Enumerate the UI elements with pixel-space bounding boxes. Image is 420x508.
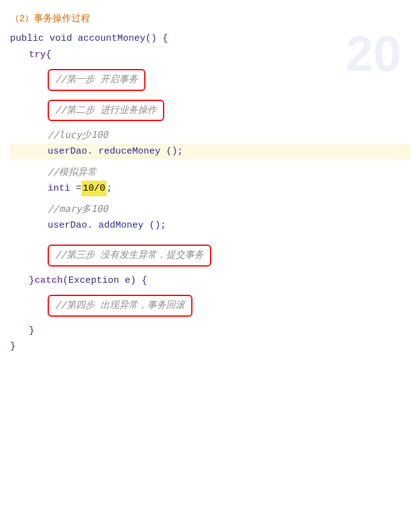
step1-line: //第一步 开启事务 bbox=[10, 66, 410, 93]
reduce-money-call: userDao. reduceMoney (); bbox=[48, 144, 183, 160]
step3-line: //第三步 没有发生异常，提交事务 bbox=[10, 242, 410, 269]
int-keyword: int bbox=[48, 181, 65, 197]
lucy-comment: //lucy少100 bbox=[48, 127, 108, 144]
method-sig-text: public void accountMoney() { bbox=[10, 31, 168, 47]
division-highlight: 10/0 bbox=[81, 181, 107, 197]
step4-line: //第四步 出现异常，事务回滚 bbox=[10, 292, 410, 319]
step1-box: //第一步 开启事务 bbox=[48, 69, 145, 91]
step4-comment: //第四步 出现异常，事务回滚 bbox=[55, 299, 185, 310]
add-money-line: userDao. addMoney (); bbox=[10, 218, 410, 234]
method-signature: public void accountMoney() { bbox=[10, 31, 410, 47]
catch-keyword: catch bbox=[34, 273, 63, 289]
close-catch-brace: } bbox=[29, 323, 34, 339]
step2-box: //第二步 进行业务操作 bbox=[48, 100, 164, 122]
reduce-money-line: userDao. reduceMoney (); bbox=[10, 144, 410, 160]
simulate-comment: //模拟异常 bbox=[48, 164, 97, 181]
int-rest: i = bbox=[65, 181, 81, 197]
catch-params: (Exception e) { bbox=[63, 273, 147, 289]
close-method-line: } bbox=[10, 339, 410, 355]
step2-line: //第二步 进行业务操作 bbox=[10, 97, 410, 124]
add-money-call: userDao. addMoney (); bbox=[48, 218, 166, 234]
code-container: 20 （2）事务操作过程 public void accountMoney() … bbox=[0, 6, 420, 361]
simulate-comment-line: //模拟异常 bbox=[10, 164, 410, 181]
int-line: int i = 10/0 ; bbox=[10, 181, 410, 197]
step3-box: //第三步 没有发生异常，提交事务 bbox=[48, 245, 211, 267]
catch-line: } catch (Exception e) { bbox=[10, 273, 410, 289]
close-catch-line: } bbox=[10, 323, 410, 339]
try-keyword: try bbox=[29, 47, 46, 63]
step1-comment: //第一步 开启事务 bbox=[55, 73, 138, 85]
try-line: try { bbox=[10, 47, 410, 63]
try-brace: { bbox=[46, 47, 51, 63]
int-end: ; bbox=[107, 181, 112, 197]
step4-box: //第四步 出现异常，事务回滚 bbox=[48, 295, 192, 317]
section-title: （2）事务操作过程 bbox=[10, 13, 410, 24]
step3-comment: //第三步 没有发生异常，提交事务 bbox=[55, 249, 204, 260]
close-brace: } bbox=[29, 273, 34, 289]
close-method-brace: } bbox=[10, 339, 16, 355]
step2-comment: //第二步 进行业务操作 bbox=[55, 104, 157, 115]
mary-comment-line: //mary多100 bbox=[10, 201, 410, 218]
lucy-comment-line: //lucy少100 bbox=[10, 127, 410, 144]
mary-comment: //mary多100 bbox=[48, 201, 108, 218]
